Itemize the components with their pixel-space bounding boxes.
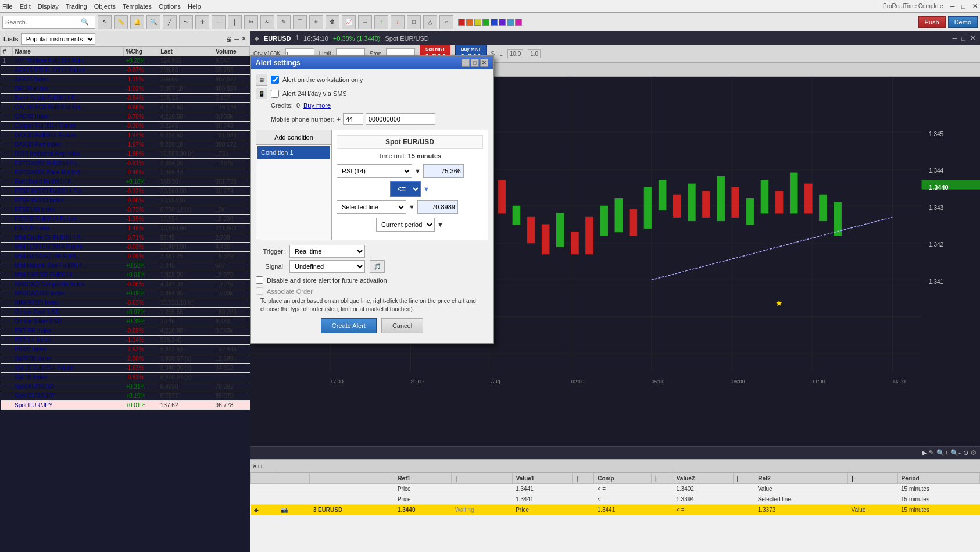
- alert-dialog-maximize[interactable]: □: [471, 59, 479, 67]
- toolbar-alert-btn[interactable]: 🔔: [130, 15, 144, 29]
- push-button[interactable]: Push: [918, 16, 946, 28]
- instrument-row[interactable]: NASDAQ100 Index +0.06% 3,894.95 1,009k: [1, 289, 250, 298]
- menu-help[interactable]: Help: [188, 3, 201, 10]
- inst-row-name[interactable]: SMI20 Full0914 Future: [12, 364, 123, 373]
- toolbar-line-btn[interactable]: ╱: [163, 15, 177, 29]
- chart-minimize-icon[interactable]: ─: [953, 35, 957, 42]
- chart-zoom-in-icon[interactable]: 🔍+: [936, 449, 948, 457]
- inst-row-name[interactable]: Mini S&P500 Full0914 ...: [12, 270, 123, 280]
- sms-checkbox[interactable]: [271, 90, 279, 98]
- instrument-row[interactable]: Mini DJ30 Full0914 Future -0.03% 16,489.…: [1, 243, 250, 252]
- inst-row-name[interactable]: FTSE100 Index: [12, 205, 123, 215]
- toolbar-cursor-btn[interactable]: ↖: [98, 15, 112, 29]
- toolbar-scissors-btn[interactable]: ✁: [260, 15, 274, 29]
- instrument-row[interactable]: Mini Crude Oil Full0914 F... -0.71% 97.4…: [1, 233, 250, 243]
- color-orange[interactable]: [466, 19, 473, 26]
- color-green[interactable]: [482, 19, 489, 26]
- menu-edit[interactable]: Edit: [20, 3, 31, 10]
- chart-settings-icon[interactable]: ⚙: [971, 449, 977, 457]
- chart-maximize-icon[interactable]: □: [961, 35, 965, 42]
- inst-row-name[interactable]: BEL20 Index: [12, 84, 123, 94]
- color-magenta[interactable]: [515, 19, 522, 26]
- instrument-row[interactable]: BEL20 Index -1.02% 3,067.18 406,824: [1, 84, 250, 94]
- workstation-checkbox[interactable]: [271, 76, 279, 84]
- buy-more-link[interactable]: Buy more: [303, 102, 331, 109]
- color-yellow[interactable]: [474, 19, 481, 26]
- minimize-icon[interactable]: ─: [950, 3, 955, 10]
- signal-select[interactable]: Undefined: [289, 260, 365, 273]
- toolbar-arrow-right-btn[interactable]: →: [358, 15, 372, 29]
- instrument-row[interactable]: DAX30 Full0914 Future -1.44% 9,234.50 13…: [1, 131, 250, 140]
- inst-row-name[interactable]: DAX30 Perf Index: [12, 140, 123, 149]
- signal-icon-button[interactable]: 🎵: [370, 260, 385, 273]
- toolbar-ellipse-btn[interactable]: ○: [439, 15, 453, 29]
- inst-row-name[interactable]: FTSE MIB40 Full0914 Fut...: [12, 187, 123, 196]
- inst-row-name[interactable]: Spot EUR/JPY: [12, 401, 123, 410]
- toolbar-vline-btn[interactable]: │: [228, 15, 242, 29]
- inst-row-name[interactable]: FTSE MIB40 Index: [12, 196, 123, 205]
- toolbar-arrow-up-btn[interactable]: ↑: [374, 15, 388, 29]
- chart-draw-icon[interactable]: ✎: [929, 449, 934, 457]
- inst-row-name[interactable]: IBEX35 Index: [12, 224, 123, 233]
- menu-objects[interactable]: Objects: [94, 3, 116, 10]
- instrument-row[interactable]: AEX25 Index -1.15% 399.66 987,522: [1, 75, 250, 84]
- toolbar-tri-btn[interactable]: △: [423, 15, 437, 29]
- period-select[interactable]: Current period: [376, 218, 435, 232]
- phone-number-input[interactable]: [366, 113, 435, 125]
- inst-row-name[interactable]: Ounce Gold USD: [12, 308, 123, 317]
- instrument-row[interactable]: DJ30 Industrial Avg Index -1.88% 16,563.…: [1, 149, 250, 159]
- instrument-row[interactable]: Ounce Gold USD +0.97% 1,295.56 160,280: [1, 308, 250, 317]
- inst-row-name[interactable]: PRT FR Index: [12, 326, 123, 336]
- comparison-dropdown-icon[interactable]: ▼: [409, 204, 415, 211]
- instrument-row[interactable]: FTSE MIB40 Index -0.08% 20,554.97: [1, 196, 250, 205]
- menu-options[interactable]: Options: [159, 3, 181, 10]
- instrument-row[interactable]: FTSE MIB40 Full0914 Fut... -0.12% 20,560…: [1, 187, 250, 196]
- instrument-row[interactable]: Spot EUR/GBP +0.19% 0.7977 89,079: [1, 391, 250, 401]
- inst-row-name[interactable]: SMI20 Index: [12, 373, 123, 382]
- color-red[interactable]: [458, 19, 465, 26]
- menu-display[interactable]: Display: [38, 3, 59, 10]
- period-dropdown-icon[interactable]: ▼: [437, 221, 443, 228]
- inst-row-name[interactable]: IBEX35 Full0814 Future: [12, 215, 123, 224]
- associate-checkbox[interactable]: [256, 287, 263, 295]
- maximize-icon[interactable]: □: [961, 3, 965, 10]
- instrument-row[interactable]: SMI20 Full0914 Future -1.63% 8,940.00 (c…: [1, 364, 250, 373]
- toolbar-chart-btn[interactable]: 📈: [342, 15, 356, 29]
- search-icon[interactable]: 🔍: [81, 18, 89, 26]
- instrument-row[interactable]: Spot EUR/JPY +0.01% 137.62 96,778: [1, 401, 250, 410]
- toolbar-arrow-down-btn[interactable]: ↓: [391, 15, 405, 29]
- instrument-row[interactable]: Spot AUD/USD +0.31% 0.9330 78,392: [1, 382, 250, 391]
- toolbar-ruler-btn[interactable]: 📏: [114, 15, 128, 29]
- instrument-row[interactable]: Mini Natural Gas Full0914... +0.53% 3.84…: [1, 261, 250, 270]
- inst-row-name[interactable]: Mini Crude Oil Full0914 F...: [12, 233, 123, 243]
- inst-row-name[interactable]: DAX30 Full0914 Future: [12, 131, 123, 140]
- search-box[interactable]: 🔍: [2, 16, 95, 29]
- inst-row-name[interactable]: AEX25 Index: [12, 75, 123, 84]
- inst-row-name[interactable]: NIKKEI225 Index: [12, 298, 123, 308]
- inst-row-name[interactable]: Spot EUR/GBP: [12, 391, 123, 401]
- instrument-row[interactable]: DAX30 Perf Index -1.67% 9,250.16 390,172: [1, 140, 250, 149]
- instrument-row[interactable]: PRT NL Index -1.14% 976,340: [1, 336, 250, 345]
- instrument-row[interactable]: SMI20 Index -0.83% 8,410.27 (c): [1, 373, 250, 382]
- toolbar-arc-btn[interactable]: ⌒: [293, 15, 307, 29]
- close-icon[interactable]: ✕: [972, 2, 978, 10]
- inst-row-name[interactable]: Brent Crude Full0914 F...: [12, 94, 123, 103]
- inst-row-name[interactable]: PSI20 Index: [12, 345, 123, 354]
- chart-scroll-right[interactable]: ▶: [922, 449, 927, 457]
- inst-row-name[interactable]: Mini NASDAQ100 Full0...: [12, 252, 123, 261]
- inst-row-name[interactable]: NASDAQ100 Index: [12, 289, 123, 298]
- instrument-row[interactable]: CAC40 Index -0.70% 4,216.58 3,730k: [1, 112, 250, 122]
- menu-templates[interactable]: Templates: [123, 3, 152, 10]
- phone-country-input[interactable]: [343, 113, 363, 125]
- inst-row-name[interactable]: S&P500 Index: [12, 354, 123, 364]
- chart-reset-icon[interactable]: ⊙: [963, 449, 968, 457]
- alerts-close-icon[interactable]: ✕: [252, 463, 257, 469]
- instrument-row[interactable]: Brent Crude Full0914 F... -0.84% 105.13 …: [1, 94, 250, 103]
- color-purple[interactable]: [499, 19, 506, 26]
- cancel-button[interactable]: Cancel: [381, 318, 423, 333]
- indicator-value-input[interactable]: [423, 164, 464, 178]
- inst-row-name[interactable]: ESTOXX50 Price Eur Ind...: [12, 168, 123, 177]
- operator-select[interactable]: <= >= =: [390, 181, 421, 197]
- toolbar-pencil-btn[interactable]: ✎: [277, 15, 291, 29]
- menu-file[interactable]: File: [2, 3, 13, 10]
